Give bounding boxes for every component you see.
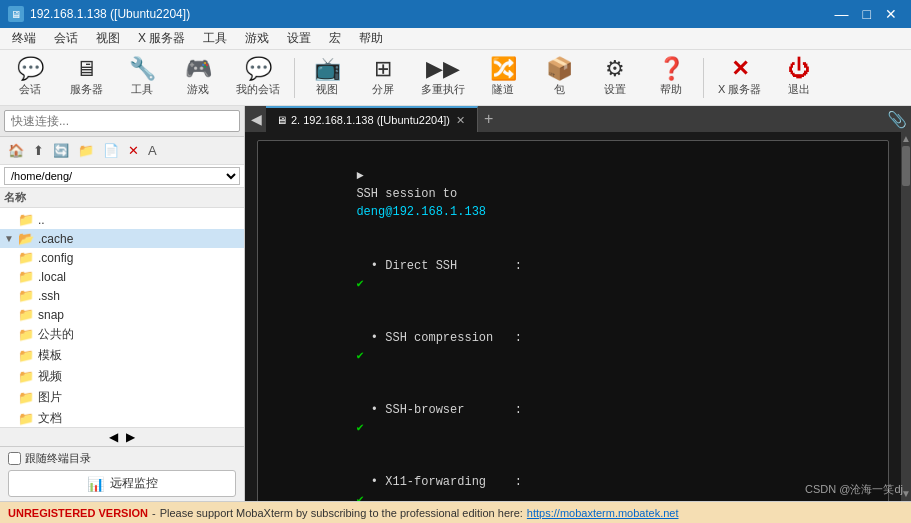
tree-item-templates[interactable]: 📁 模板 — [0, 345, 244, 366]
status-link[interactable]: https://mobaxterm.mobatek.net — [527, 507, 679, 519]
server-icon: 🖥 — [75, 58, 97, 80]
checkmark-icon: ✔ — [356, 277, 363, 291]
tree-item-label: 公共的 — [38, 326, 74, 343]
terminal-area: ► SSH session to deng@192.168.1.138 • Di… — [245, 132, 911, 501]
sidebar-up-button[interactable]: ⬆ — [29, 141, 48, 160]
toolbar-session[interactable]: 💬 会话 — [4, 54, 56, 101]
menu-xserver[interactable]: X 服务器 — [130, 28, 193, 49]
tree-item-videos[interactable]: 📁 视频 — [0, 366, 244, 387]
terminal-line: ► SSH session to deng@192.168.1.138 — [270, 149, 876, 239]
tree-item-parent[interactable]: 📁 .. — [0, 210, 244, 229]
sidebar-search-area — [0, 106, 244, 137]
toolbar-server[interactable]: 🖥 服务器 — [60, 54, 112, 101]
folder-icon: 📁 — [18, 390, 34, 405]
scroll-down-button[interactable]: ▼ — [901, 487, 911, 501]
sidebar-newfile-button[interactable]: 📄 — [99, 141, 123, 160]
toolbar-package[interactable]: 📦 包 — [533, 54, 585, 101]
menu-help[interactable]: 帮助 — [351, 28, 391, 49]
menu-tools[interactable]: 工具 — [195, 28, 235, 49]
tree-item-pictures[interactable]: 📁 图片 — [0, 387, 244, 408]
tree-item-label: 文档 — [38, 410, 62, 427]
sidebar-refresh-button[interactable]: 🔄 — [49, 141, 73, 160]
checkmark-icon: ✔ — [356, 421, 363, 435]
path-select[interactable]: /home/deng/ — [4, 167, 240, 185]
follow-terminal-input[interactable] — [8, 452, 21, 465]
tree-item-public[interactable]: 📁 公共的 — [0, 324, 244, 345]
toolbar-xserver[interactable]: ✕ X 服务器 — [710, 54, 769, 101]
follow-terminal-checkbox[interactable]: 跟随终端目录 — [8, 451, 236, 466]
toolbar-view[interactable]: 📺 视图 — [301, 54, 353, 101]
help-icon: ❓ — [658, 58, 685, 80]
tab-label: 2. 192.168.1.138 ([Ubuntu2204]) — [291, 114, 450, 126]
tab-icon: 🖥 — [276, 114, 287, 126]
main-content: 🏠 ⬆ 🔄 📁 📄 ✕ A /home/deng/ 名称 📁 .. ▼ 📂 — [0, 106, 911, 501]
app-icon: 🖥 — [8, 6, 24, 22]
folder-icon: 📁 — [18, 307, 34, 322]
tree-item-label: 视频 — [38, 368, 62, 385]
menu-view[interactable]: 视图 — [88, 28, 128, 49]
menu-settings[interactable]: 设置 — [279, 28, 319, 49]
tab-session-2[interactable]: 🖥 2. 192.168.1.138 ([Ubuntu2204]) ✕ — [266, 106, 478, 132]
close-button[interactable]: ✕ — [879, 5, 903, 23]
minimize-button[interactable]: — — [829, 5, 855, 23]
tree-item-label: .local — [38, 270, 66, 284]
toolbar-mysessions-label: 我的会话 — [236, 82, 280, 97]
tree-scroll-right[interactable]: ▶ — [126, 430, 135, 444]
tree-item-label: 模板 — [38, 347, 62, 364]
title-bar: 🖥 192.168.1.138 ([Ubuntu2204]) — □ ✕ — [0, 0, 911, 28]
menu-terminal[interactable]: 终端 — [4, 28, 44, 49]
toolbar-tunnel-label: 隧道 — [492, 82, 514, 97]
toolbar-server-label: 服务器 — [70, 82, 103, 97]
sidebar-home-button[interactable]: 🏠 — [4, 141, 28, 160]
tree-item-documents[interactable]: 📁 文档 — [0, 408, 244, 427]
tree-item-snap[interactable]: 📁 snap — [0, 305, 244, 324]
toolbar-split[interactable]: ⊞ 分屏 — [357, 54, 409, 101]
toolbar: 💬 会话 🖥 服务器 🔧 工具 🎮 游戏 💬 我的会话 📺 视图 ⊞ 分屏 ▶▶… — [0, 50, 911, 106]
file-tree: 📁 .. ▼ 📂 .cache 📁 .config 📁 .local 📁 — [0, 208, 244, 427]
tab-close-button[interactable]: ✕ — [454, 114, 467, 127]
sidebar-delete-button[interactable]: ✕ — [124, 141, 143, 160]
sidebar-newfolder-button[interactable]: 📁 — [74, 141, 98, 160]
terminal-scrollbar[interactable]: ▲ ▼ — [901, 132, 911, 501]
terminal-wrapper: ◀ 🖥 2. 192.168.1.138 ([Ubuntu2204]) ✕ + … — [245, 106, 911, 501]
toolbar-help-label: 帮助 — [660, 82, 682, 97]
scroll-thumb[interactable] — [902, 146, 910, 186]
menu-games[interactable]: 游戏 — [237, 28, 277, 49]
maximize-button[interactable]: □ — [857, 5, 877, 23]
tree-item-cache[interactable]: ▼ 📂 .cache — [0, 229, 244, 248]
view-icon: 📺 — [314, 58, 341, 80]
terminal[interactable]: ► SSH session to deng@192.168.1.138 • Di… — [245, 132, 901, 501]
sidebar-bottom: 跟随终端目录 📊 远程监控 — [0, 446, 244, 501]
tree-item-config[interactable]: 📁 .config — [0, 248, 244, 267]
tab-nav-left[interactable]: ◀ — [247, 109, 266, 129]
search-input[interactable] — [4, 110, 240, 132]
tree-item-label: .config — [38, 251, 73, 265]
folder-icon: 📁 — [18, 250, 34, 265]
terminal-line: • X11-forwarding : ✔ (remote display is … — [270, 455, 876, 501]
toolbar-exit-label: 退出 — [788, 82, 810, 97]
tab-pin-button[interactable]: 📎 — [887, 110, 907, 129]
toolbar-games[interactable]: 🎮 游戏 — [172, 54, 224, 101]
menu-macro[interactable]: 宏 — [321, 28, 349, 49]
toolbar-help[interactable]: ❓ 帮助 — [645, 54, 697, 101]
scroll-up-button[interactable]: ▲ — [901, 132, 911, 146]
monitor-icon: 📊 — [87, 476, 104, 492]
sidebar-text-button[interactable]: A — [144, 141, 161, 160]
scroll-track[interactable] — [901, 146, 911, 487]
toolbar-tunnel[interactable]: 🔀 隧道 — [477, 54, 529, 101]
tree-scroll-left[interactable]: ◀ — [109, 430, 118, 444]
toolbar-tools[interactable]: 🔧 工具 — [116, 54, 168, 101]
toolbar-view-label: 视图 — [316, 82, 338, 97]
tab-add-button[interactable]: + — [478, 110, 499, 128]
tree-item-ssh[interactable]: 📁 .ssh — [0, 286, 244, 305]
menu-session[interactable]: 会话 — [46, 28, 86, 49]
toolbar-settings[interactable]: ⚙ 设置 — [589, 54, 641, 101]
settings-icon: ⚙ — [605, 58, 625, 80]
toolbar-exit[interactable]: ⏻ 退出 — [773, 54, 825, 101]
toolbar-mysessions[interactable]: 💬 我的会话 — [228, 54, 288, 101]
remote-monitor-button[interactable]: 📊 远程监控 — [8, 470, 236, 497]
toolbar-separator-1 — [294, 58, 295, 98]
tree-item-local[interactable]: 📁 .local — [0, 267, 244, 286]
toolbar-multiexec[interactable]: ▶▶ 多重执行 — [413, 54, 473, 101]
expand-icon: ▼ — [4, 233, 18, 244]
